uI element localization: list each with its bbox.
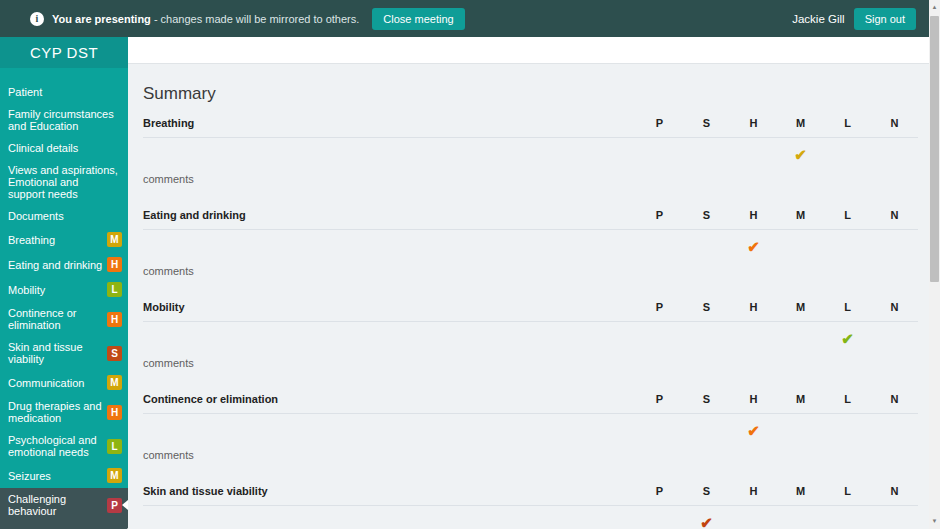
rating-column-headers: PSHMLN xyxy=(636,117,918,129)
sidebar-item-documents[interactable]: Documents xyxy=(0,205,128,227)
comments-label: comments xyxy=(143,265,918,277)
rating-cell-l: ✔ xyxy=(824,330,871,348)
sidebar-item-label: Drug therapies and medication xyxy=(8,400,107,424)
rating-badge-m: M xyxy=(107,468,122,483)
column-header-p: P xyxy=(636,209,683,221)
rating-column-headers: PSHMLN xyxy=(636,301,918,313)
column-header-m: M xyxy=(777,485,824,497)
column-header-n: N xyxy=(871,485,918,497)
sidebar-item-label: Communication xyxy=(8,377,107,389)
column-header-m: M xyxy=(777,117,824,129)
column-header-m: M xyxy=(777,301,824,313)
presenting-message: You are presenting - changes made will b… xyxy=(52,13,359,25)
column-header-s: S xyxy=(683,393,730,405)
rating-badge-h: H xyxy=(107,405,122,420)
section-title: Eating and drinking xyxy=(143,209,636,221)
sidebar-item-summary[interactable]: Summary xyxy=(0,522,128,529)
rating-check-row: ✔ xyxy=(143,322,918,355)
column-header-h: H xyxy=(730,209,777,221)
section-title: Continence or elimination xyxy=(143,393,636,405)
column-header-l: L xyxy=(824,209,871,221)
rating-badge-s: S xyxy=(107,346,122,361)
rating-badge-l: L xyxy=(107,439,122,454)
sidebar-item-label: Eating and drinking xyxy=(8,259,107,271)
column-header-s: S xyxy=(683,209,730,221)
column-header-h: H xyxy=(730,117,777,129)
section-header: Eating and drinkingPSHMLN xyxy=(143,209,918,230)
column-header-l: L xyxy=(824,485,871,497)
selected-notch-icon xyxy=(122,500,128,510)
comments-label: comments xyxy=(143,357,918,369)
rating-cell-m: ✔ xyxy=(777,146,824,164)
section-header: BreathingPSHMLN xyxy=(143,117,918,138)
sidebar-item-eating-and-drinking[interactable]: Eating and drinkingH xyxy=(0,252,128,277)
scrollbar-down-arrow-icon[interactable]: ▼ xyxy=(929,515,940,528)
column-header-p: P xyxy=(636,485,683,497)
sidebar-item-label: Patient xyxy=(8,86,122,98)
section-header: Continence or eliminationPSHMLN xyxy=(143,393,918,414)
sidebar-item-label: Challenging behaviour xyxy=(8,493,107,517)
sidebar-item-drug-therapies-and-medication[interactable]: Drug therapies and medicationH xyxy=(0,395,128,429)
scrollbar-up-arrow-icon[interactable]: ▲ xyxy=(929,1,940,14)
sidebar-item-label: Skin and tissue viability xyxy=(8,341,107,365)
rating-badge-l: L xyxy=(107,282,122,297)
sidebar-item-views-and-aspirations-emotional-and-support-needs[interactable]: Views and aspirations, Emotional and sup… xyxy=(0,159,128,205)
column-header-m: M xyxy=(777,393,824,405)
rating-badge-m: M xyxy=(107,232,122,247)
sidebar-item-psychological-and-emotional-needs[interactable]: Psychological and emotional needsL xyxy=(0,429,128,463)
sidebar-item-patient[interactable]: Patient xyxy=(0,81,128,103)
sidebar-item-family-circumstances-and-education[interactable]: Family circumstances and Education xyxy=(0,103,128,137)
main-area: Summary BreathingPSHMLN✔commentsEating a… xyxy=(128,37,940,529)
section-title: Breathing xyxy=(143,117,636,129)
check-mark-icon: ✔ xyxy=(841,330,854,347)
top-bar: i You are presenting - changes made will… xyxy=(0,0,940,37)
column-header-n: N xyxy=(871,301,918,313)
summary-section-eating-and-drinking: Eating and drinkingPSHMLN✔comments xyxy=(143,209,918,277)
sidebar-item-breathing[interactable]: BreathingM xyxy=(0,227,128,252)
sidebar-item-skin-and-tissue-viability[interactable]: Skin and tissue viabilityS xyxy=(0,336,128,370)
close-meeting-button[interactable]: Close meeting xyxy=(372,8,464,30)
sidebar-item-label: Views and aspirations, Emotional and sup… xyxy=(8,164,122,200)
sidebar-item-label: Breathing xyxy=(8,234,107,246)
column-header-p: P xyxy=(636,393,683,405)
sidebar-item-label: Continence or elimination xyxy=(8,307,107,331)
sidebar: CYP DST PatientFamily circumstances and … xyxy=(0,37,128,529)
sidebar-item-clinical-details[interactable]: Clinical details xyxy=(0,137,128,159)
presenting-message-bold: You are presenting xyxy=(52,13,151,25)
rating-column-headers: PSHMLN xyxy=(636,485,918,497)
column-header-n: N xyxy=(871,117,918,129)
rating-badge-h: H xyxy=(107,312,122,327)
sidebar-item-mobility[interactable]: MobilityL xyxy=(0,277,128,302)
sidebar-item-label: Family circumstances and Education xyxy=(8,108,122,132)
sidebar-item-continence-or-elimination[interactable]: Continence or eliminationH xyxy=(0,302,128,336)
check-mark-icon: ✔ xyxy=(747,422,760,439)
page-title: Summary xyxy=(143,84,918,104)
column-header-m: M xyxy=(777,209,824,221)
rating-badge-m: M xyxy=(107,375,122,390)
check-mark-icon: ✔ xyxy=(700,514,713,529)
sidebar-item-label: Documents xyxy=(8,210,122,222)
column-header-p: P xyxy=(636,117,683,129)
info-icon: i xyxy=(30,12,44,26)
section-header: Skin and tissue viabilityPSHMLN xyxy=(143,485,918,506)
column-header-h: H xyxy=(730,301,777,313)
sign-out-button[interactable]: Sign out xyxy=(854,8,916,30)
sidebar-item-communication[interactable]: CommunicationM xyxy=(0,370,128,395)
rating-check-row: ✔ xyxy=(143,414,918,447)
sidebar-item-seizures[interactable]: SeizuresM xyxy=(0,463,128,488)
rating-column-headers: PSHMLN xyxy=(636,209,918,221)
rating-cell-s: ✔ xyxy=(683,514,730,529)
sidebar-item-label: Mobility xyxy=(8,284,107,296)
section-title: Skin and tissue viability xyxy=(143,485,636,497)
rating-check-row: ✔ xyxy=(143,506,918,529)
column-header-s: S xyxy=(683,485,730,497)
rating-badge-p: P xyxy=(107,498,122,513)
column-header-l: L xyxy=(824,393,871,405)
rating-badge-h: H xyxy=(107,257,122,272)
summary-section-mobility: MobilityPSHMLN✔comments xyxy=(143,301,918,369)
vertical-scrollbar[interactable]: ▲ ▼ xyxy=(929,0,940,529)
column-header-s: S xyxy=(683,117,730,129)
rating-cell-h: ✔ xyxy=(730,238,777,256)
sidebar-item-challenging-behaviour[interactable]: Challenging behaviourP xyxy=(0,488,128,522)
scrollbar-thumb[interactable] xyxy=(930,16,939,282)
